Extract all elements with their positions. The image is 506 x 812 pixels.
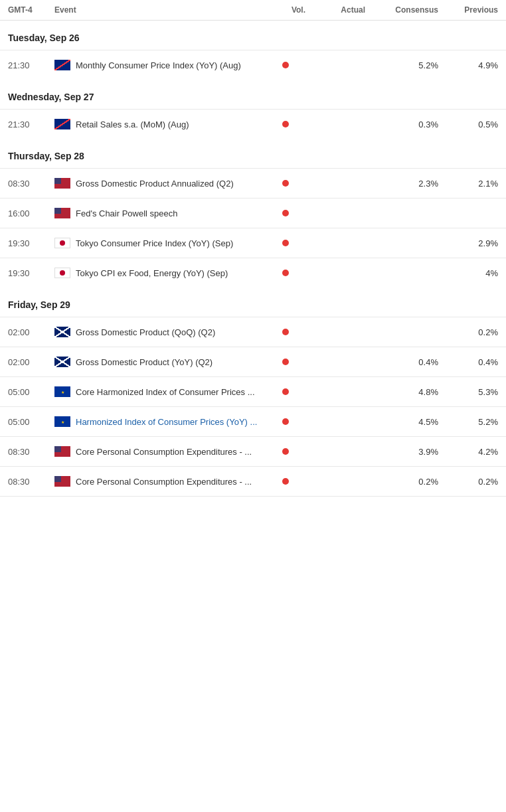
previous-value: 5.2% [438,417,498,427]
flag-uk-icon [54,357,70,367]
event-text: Fed's Chair Powell speech [76,208,178,218]
event-time: 21:30 [8,120,54,129]
event-time: 05:00 [8,387,54,397]
event-name: Core Harmonized Index of Consumer Prices… [54,386,266,397]
previous-value: 0.5% [438,120,498,129]
event-name: Gross Domestic Product (YoY) (Q2) [54,357,266,367]
event-text: Retail Sales s.a. (MoM) (Aug) [76,120,189,129]
event-name: Tokyo Consumer Price Index (YoY) (Sep) [54,238,266,248]
event-row: 08:30Gross Domestic Product Annualized (… [0,168,506,198]
flag-au-icon [54,60,70,70]
event-time: 21:30 [8,60,54,70]
event-time: 08:30 [8,179,54,189]
event-time: 16:00 [8,208,54,218]
red-dot-icon [282,180,289,187]
vol-indicator [266,270,305,276]
vol-indicator [266,418,305,425]
event-text: Tokyo CPI ex Food, Energy (YoY) (Sep) [76,268,228,278]
vol-indicator [266,240,305,246]
red-dot-icon [282,448,289,455]
event-time: 08:30 [8,477,54,487]
flag-eu-icon [54,416,70,427]
flag-uk-icon [54,327,70,337]
event-name: Core Personal Consumption Expenditures -… [54,446,266,457]
consensus-value: 0.4% [365,357,438,367]
event-time: 05:00 [8,417,54,427]
consensus-value: 3.9% [365,447,438,457]
consensus-value: 4.5% [365,417,438,427]
flag-eu-icon [54,386,70,397]
previous-value: 0.2% [438,477,498,487]
event-name: Monthly Consumer Price Index (YoY) (Aug) [54,60,266,70]
flag-jp-icon [54,238,70,248]
red-dot-icon [282,478,289,485]
date-header-1: Wednesday, Sep 27 [0,80,506,109]
red-dot-icon [282,240,289,246]
flag-us-icon [54,446,70,457]
event-text: Core Personal Consumption Expenditures -… [76,477,252,487]
calendar-body: Tuesday, Sep 2621:30Monthly Consumer Pri… [0,21,506,497]
vol-indicator [266,121,305,127]
flag-us-icon [54,208,70,218]
event-link[interactable]: Harmonized Index of Consumer Prices (YoY… [76,417,257,427]
event-row: 02:00Gross Domestic Product (QoQ) (Q2)0.… [0,317,506,347]
event-row: 16:00Fed's Chair Powell speech [0,198,506,228]
event-name: Gross Domestic Product Annualized (Q2) [54,178,266,189]
event-name[interactable]: Harmonized Index of Consumer Prices (YoY… [54,416,266,427]
col-timezone: GMT-4 [8,5,54,15]
event-time: 08:30 [8,447,54,457]
event-text: Gross Domestic Product (YoY) (Q2) [76,357,212,367]
date-header-2: Thursday, Sep 28 [0,139,506,168]
event-time: 02:00 [8,327,54,337]
vol-indicator [266,448,305,455]
event-text: Gross Domestic Product Annualized (Q2) [76,179,234,189]
event-name: Tokyo CPI ex Food, Energy (YoY) (Sep) [54,268,266,278]
event-row: 19:30Tokyo Consumer Price Index (YoY) (S… [0,228,506,258]
vol-indicator [266,478,305,485]
header-row: GMT-4 Event Vol. Actual Consensus Previo… [0,0,506,21]
event-row: 08:30Core Personal Consumption Expenditu… [0,466,506,497]
vol-indicator [266,62,305,68]
event-row: 02:00Gross Domestic Product (YoY) (Q2)0.… [0,347,506,376]
event-text: Tokyo Consumer Price Index (YoY) (Sep) [76,238,233,248]
col-event-header: Event [54,5,266,15]
flag-us-icon [54,476,70,487]
event-time: 19:30 [8,268,54,278]
date-header-3: Friday, Sep 29 [0,287,506,317]
event-row: 05:00Core Harmonized Index of Consumer P… [0,376,506,406]
red-dot-icon [282,418,289,425]
previous-value: 4% [438,268,498,278]
consensus-value: 2.3% [365,179,438,189]
event-name: Fed's Chair Powell speech [54,208,266,218]
previous-value: 0.2% [438,327,498,337]
red-dot-icon [282,359,289,365]
event-text: Monthly Consumer Price Index (YoY) (Aug) [76,60,241,70]
event-time: 02:00 [8,357,54,367]
event-row: 08:30Core Personal Consumption Expenditu… [0,436,506,466]
col-actual-header: Actual [305,5,365,15]
date-header-0: Tuesday, Sep 26 [0,21,506,50]
red-dot-icon [282,329,289,335]
consensus-value: 5.2% [365,60,438,70]
event-text: Gross Domestic Product (QoQ) (Q2) [76,327,215,337]
previous-value: 4.9% [438,60,498,70]
col-vol-header: Vol. [266,5,305,15]
previous-value: 4.2% [438,447,498,457]
vol-indicator [266,329,305,335]
flag-us-icon [54,178,70,189]
consensus-value: 0.2% [365,477,438,487]
event-row: 05:00Harmonized Index of Consumer Prices… [0,406,506,436]
red-dot-icon [282,210,289,216]
red-dot-icon [282,121,289,127]
previous-value: 5.3% [438,387,498,397]
previous-value: 2.9% [438,238,498,248]
vol-indicator [266,180,305,187]
red-dot-icon [282,270,289,276]
event-row: 21:30Monthly Consumer Price Index (YoY) … [0,50,506,80]
event-row: 21:30Retail Sales s.a. (MoM) (Aug)0.3%0.… [0,109,506,139]
red-dot-icon [282,388,289,395]
event-name: Retail Sales s.a. (MoM) (Aug) [54,119,266,129]
previous-value: 2.1% [438,179,498,189]
vol-indicator [266,388,305,395]
event-name: Gross Domestic Product (QoQ) (Q2) [54,327,266,337]
